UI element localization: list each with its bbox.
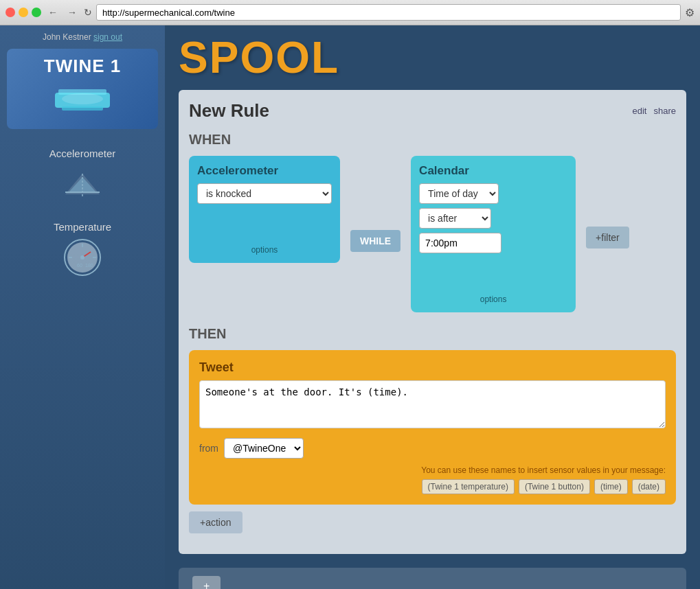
username-label: John Kestner (43, 32, 91, 42)
sensor-names-hint: You can use these names to insert sensor… (199, 465, 666, 475)
when-section: WHEN Accelerometer is knocked is vibrati… (189, 132, 676, 312)
condition-select[interactable]: is after is before is between (419, 208, 491, 229)
add-action-button[interactable]: +action (189, 511, 242, 533)
forward-button[interactable]: → (65, 5, 80, 19)
account-select[interactable]: @TwineOne @TwineTwo (224, 438, 304, 459)
add-rule-card[interactable]: + (179, 568, 686, 589)
trigger-title: Accelerometer (197, 164, 332, 178)
time-type-row: Time of day Day of week Date (419, 183, 567, 204)
when-row: Accelerometer is knocked is vibrating is… (189, 156, 676, 312)
temperature-icon: 60 180 (62, 237, 103, 278)
back-button[interactable]: ← (45, 5, 60, 19)
rule-card: New Rule edit share WHEN Accelerometer i… (179, 90, 686, 554)
trigger-options-link[interactable]: options (197, 245, 332, 255)
main-content: SPOOL New Rule edit share WHEN Accelerom… (165, 25, 700, 589)
svg-point-14 (80, 255, 84, 259)
rule-actions: edit share (633, 106, 677, 116)
tag-time[interactable]: (time) (594, 479, 628, 494)
close-button[interactable] (5, 8, 15, 17)
tag-button[interactable]: (Twine 1 button) (519, 479, 590, 494)
trigger-condition-select[interactable]: is knocked is vibrating is still (197, 183, 332, 204)
minimize-button[interactable] (19, 8, 28, 17)
svg-text:180: 180 (85, 263, 93, 268)
address-bar[interactable] (96, 4, 681, 21)
tag-date[interactable]: (date) (632, 479, 666, 494)
temperature-label: Temperature (7, 221, 158, 233)
settings-button[interactable]: ⚙ (685, 6, 695, 19)
calendar-options-link[interactable]: options (419, 294, 567, 304)
rule-title: New Rule (189, 100, 269, 122)
accelerometer-label: Accelerometer (7, 148, 158, 159)
sensor-tags: (Twine 1 temperature) (Twine 1 button) (… (199, 479, 666, 494)
action-title: Tweet (199, 360, 666, 375)
bottom-section: + (179, 568, 686, 589)
svg-point-3 (62, 93, 103, 104)
then-label: THEN (189, 326, 676, 342)
browser-chrome: ← → ↻ ⚙ (0, 0, 700, 25)
edit-link[interactable]: edit (633, 106, 647, 116)
page-body: John Kestner sign out TWINE 1 Accelerome… (0, 25, 700, 589)
twine-title: TWINE 1 (14, 56, 151, 77)
twine-box: TWINE 1 (7, 49, 158, 129)
from-label: from (199, 443, 218, 454)
maximize-button[interactable] (32, 8, 41, 17)
add-rule-button[interactable]: + (192, 576, 221, 589)
when-label: WHEN (189, 132, 676, 148)
sidebar: John Kestner sign out TWINE 1 Accelerome… (0, 25, 165, 589)
condition-row: is after is before is between (419, 208, 567, 229)
refresh-button[interactable]: ↻ (84, 7, 92, 18)
share-link[interactable]: share (653, 106, 676, 116)
time-type-select[interactable]: Time of day Day of week Date (419, 183, 499, 204)
twine-device-icon (48, 82, 117, 117)
sidebar-item-temperature[interactable]: Temperature 60 180 (7, 221, 158, 278)
sign-out-link[interactable]: sign out (93, 32, 122, 42)
sidebar-item-accelerometer[interactable]: Accelerometer (7, 148, 158, 205)
user-info: John Kestner sign out (43, 32, 122, 42)
while-button[interactable]: WHILE (350, 230, 400, 252)
tweet-textarea[interactable]: Someone's at the door. It's (time). (199, 380, 666, 428)
svg-rect-2 (62, 106, 103, 111)
trigger-box: Accelerometer is knocked is vibrating is… (189, 156, 340, 263)
app-title: SPOOL (179, 32, 686, 83)
filter-button[interactable]: +filter (586, 227, 629, 249)
accelerometer-icon (62, 163, 103, 205)
time-value-input[interactable] (419, 233, 501, 253)
then-section: THEN Tweet Someone's at the door. It's (… (189, 326, 676, 533)
calendar-title: Calendar (419, 164, 567, 178)
calendar-box: Calendar Time of day Day of week Date is… (411, 156, 576, 312)
svg-text:60: 60 (77, 263, 82, 268)
rule-header: New Rule edit share (189, 100, 676, 122)
action-card: Tweet Someone's at the door. It's (time)… (189, 350, 676, 505)
from-row: from @TwineOne @TwineTwo (199, 438, 666, 459)
tag-temperature[interactable]: (Twine 1 temperature) (422, 479, 515, 494)
